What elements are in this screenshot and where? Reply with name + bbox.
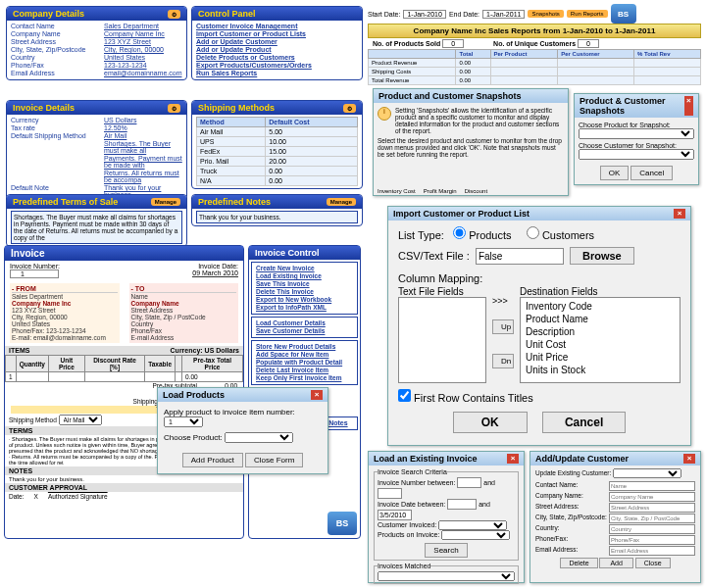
snap-cancel[interactable]: Cancel [630, 166, 673, 180]
ic-link[interactable]: Add Space for New Item [256, 351, 353, 358]
item-num-select[interactable]: 1 [164, 416, 203, 427]
dn-button[interactable]: Dn [492, 354, 514, 368]
control-panel-title: Control Panel [198, 9, 256, 19]
predef-notes-title: Predefined Notes [198, 197, 271, 207]
close-icon[interactable]: × [674, 209, 685, 219]
invoice-control-title: Invoice Control [249, 246, 360, 260]
inv-date[interactable]: 09 March 2010 [192, 270, 238, 277]
product-select[interactable] [225, 432, 293, 443]
cust-field[interactable] [609, 514, 695, 523]
manage-button[interactable]: ⚙ [168, 10, 180, 19]
inv-num[interactable]: 1 [10, 270, 59, 278]
close-button[interactable]: Close [635, 558, 671, 568]
update-customer-dialog: Add/Update Customer× Update Existing Cus… [530, 451, 701, 583]
delete-button[interactable]: Delete [560, 558, 597, 568]
matched-select[interactable] [378, 571, 515, 581]
control-link[interactable]: Add or Update Product [196, 46, 358, 53]
ic-link[interactable]: Save This Invoice [256, 280, 353, 287]
manage-button[interactable]: Manage [327, 198, 356, 206]
predef-notes-body: Thank you for your business. [196, 211, 358, 223]
cust-field[interactable] [609, 481, 695, 491]
existing-cust-select[interactable] [613, 468, 681, 478]
cust-field[interactable] [609, 492, 695, 502]
text-fields-list[interactable] [398, 297, 486, 383]
company-details-title: Company Details [13, 9, 84, 19]
ic-link[interactable]: Export to InfoPath XML [256, 304, 353, 311]
control-link[interactable]: Add or Update Customer [196, 38, 358, 45]
load-products-title: Load Products [163, 390, 225, 400]
control-panel: Control Panel Customer Invoice Managemen… [191, 6, 363, 80]
to-header: - TO [131, 285, 237, 293]
manage-button[interactable]: Manage [151, 198, 180, 206]
control-link[interactable]: Export Products/Customers/Orders [196, 62, 358, 69]
dest-fields-list[interactable]: Inventory CodeProduct NameDescriptionUni… [520, 297, 681, 383]
inv-num-to[interactable] [378, 488, 402, 499]
inv-date-from[interactable] [447, 499, 477, 510]
company-details-panel: Company Details⚙ Contact NameSales Depar… [6, 6, 187, 80]
snapshots-button[interactable]: Snapshots [528, 10, 563, 18]
browse-button[interactable]: Browse [570, 247, 634, 265]
ship-select[interactable]: Air Mail [59, 415, 102, 425]
up-button[interactable]: Up [492, 319, 514, 334]
end-date[interactable]: 1-Jan-2011 [482, 10, 525, 19]
shipping-table: MethodDefault CostAir Mail5.00UPS10.00Fe… [196, 117, 358, 186]
csv-path[interactable] [476, 248, 564, 265]
control-link[interactable]: Customer Invoice Management [196, 23, 358, 29]
close-icon[interactable]: × [507, 454, 519, 464]
control-link[interactable]: Run Sales Reports [196, 70, 358, 76]
control-link[interactable]: Import Customer or Product Lists [196, 30, 358, 37]
info-icon: i [378, 107, 391, 121]
predef-terms-title: Predefined Terms of Sale [13, 197, 118, 207]
approval-hd: CUSTOMER APPROVAL [5, 483, 243, 492]
search-button[interactable]: Search [425, 543, 467, 558]
ic-link[interactable]: Load Existing Invoice [256, 272, 353, 279]
add-product-button[interactable]: Add Product [182, 453, 243, 467]
run-reports-button[interactable]: Run Reports [567, 10, 608, 18]
import-ok[interactable]: OK [453, 412, 528, 433]
ic-link[interactable]: Create New Invoice [256, 265, 353, 271]
inv-num-label: Invoice Number: [10, 263, 60, 270]
close-form-button[interactable]: Close Form [245, 453, 303, 467]
close-icon[interactable]: × [683, 454, 695, 464]
inv-num-from[interactable] [457, 477, 481, 488]
ic-link[interactable]: Export to New Workbook [256, 296, 353, 303]
ic-link[interactable]: Store New Product Details [256, 343, 353, 350]
add-button[interactable]: Add [599, 558, 632, 568]
snap-customer-select[interactable] [579, 149, 694, 160]
ic-link[interactable]: Delete This Invoice [256, 288, 353, 295]
close-icon[interactable]: × [684, 96, 693, 116]
ic-link[interactable]: Load Customer Details [256, 319, 353, 326]
start-date[interactable]: 1-Jan-2010 [403, 10, 445, 19]
cust-field[interactable] [609, 535, 695, 545]
cust-field[interactable] [609, 503, 695, 513]
snap-product-select[interactable] [579, 128, 694, 139]
import-cancel[interactable]: Cancel [542, 412, 626, 433]
prod-select[interactable] [441, 530, 510, 540]
inv-date-to[interactable] [378, 510, 412, 520]
ic-link[interactable]: Save Customer Details [256, 327, 353, 334]
ic-link[interactable]: Populate with Product Detail [256, 359, 353, 366]
products-radio[interactable]: Products [453, 229, 511, 241]
from-header: - FROM [12, 285, 118, 293]
control-link[interactable]: Delete Products or Customers [196, 54, 358, 61]
first-row-check[interactable]: First Row Contains Titles [398, 392, 533, 404]
load-products-dialog: Load Products× Apply product to invoice … [157, 387, 328, 474]
predef-terms-body: Shortages. The Buyer must make all claim… [11, 211, 182, 244]
predef-notes-panel: Predefined NotesManage Thank you for you… [191, 194, 363, 226]
snapshot-picker-dialog: Product & Customer Snapshots× Choose Pro… [574, 93, 699, 185]
ic-link[interactable]: Delete Last Invoice Item [256, 367, 353, 373]
cust-field[interactable] [609, 524, 695, 534]
customers-radio[interactable]: Customers [527, 229, 594, 241]
items-hd: ITEMS [9, 347, 29, 354]
cust-select[interactable] [438, 520, 507, 530]
snap-ok[interactable]: OK [600, 166, 630, 180]
manage-button[interactable]: ⚙ [168, 104, 180, 113]
shipping-methods-title: Shipping Methods [198, 103, 275, 113]
manage-button[interactable]: ⚙ [343, 104, 356, 113]
report-title: Company Name Inc Sales Reports from 1-Ja… [368, 24, 701, 38]
cust-field[interactable] [609, 546, 695, 556]
ship-label: Shipping Method [9, 416, 57, 423]
close-icon[interactable]: × [311, 390, 323, 400]
notes-body: Thank you for your business. [5, 475, 243, 483]
ic-link[interactable]: Keep Only First Invoice Item [256, 374, 353, 381]
